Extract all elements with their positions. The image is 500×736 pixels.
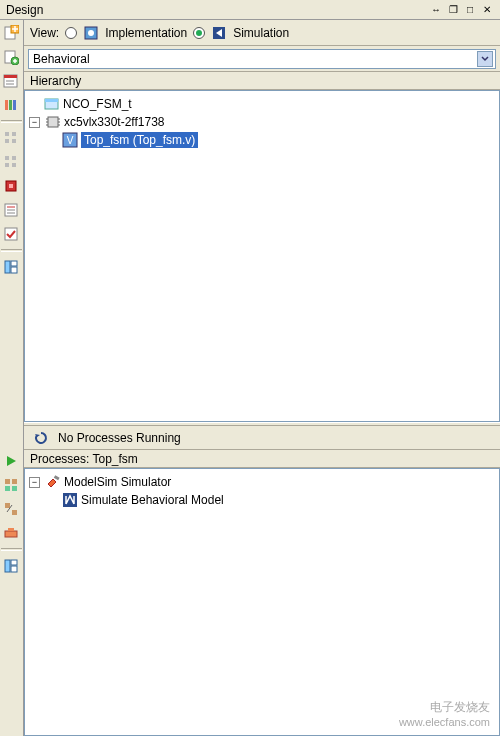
collapse-expander[interactable]: − [29,117,40,128]
svg-rect-51 [5,560,10,572]
processes-status-row: No Processes Running [24,426,500,450]
toolbar-separator [1,120,22,123]
svg-rect-49 [5,531,17,537]
tree-row-project[interactable]: NCO_FSM_t [27,95,497,113]
simulation-label: Simulation [233,26,289,40]
simset-dropdown[interactable]: Behavioral [28,49,496,69]
svg-rect-54 [54,475,60,480]
check-button[interactable] [0,223,22,245]
chip-button[interactable] [0,175,22,197]
report-button[interactable] [0,199,22,221]
tree-row-device[interactable]: − xc5vlx330t-2ff1738 [27,113,497,131]
run-button[interactable] [0,450,22,472]
library-button[interactable] [0,94,22,116]
chip-icon [45,114,61,130]
svg-rect-13 [5,139,9,143]
panel-title-text: Design [6,3,43,17]
restore-icon[interactable]: ❐ [446,3,460,17]
svg-rect-11 [5,132,9,136]
proc-tool-3[interactable] [0,522,22,544]
add-source-button[interactable] [0,46,22,68]
modelsim-icon [62,492,78,508]
properties-button[interactable] [0,70,22,92]
refresh-icon[interactable] [33,430,49,446]
svg-rect-33 [45,99,58,102]
svg-rect-43 [5,479,10,484]
proc-tool-1[interactable] [0,474,22,496]
svg-rect-9 [9,100,12,110]
svg-rect-18 [12,163,16,167]
processes-section: No Processes Running Processes: Top_fsm … [24,426,500,736]
layout-button[interactable] [0,256,22,278]
new-source-button[interactable] [0,22,22,44]
toolbar-separator [1,548,22,551]
arrow-left-right-icon[interactable]: ↔ [429,3,443,17]
svg-rect-15 [5,156,9,160]
simulate-action: Simulate Behavioral Model [81,493,224,507]
implementation-icon [83,25,99,41]
maximize-icon[interactable]: □ [463,3,477,17]
hierarchy-header: Hierarchy [24,72,500,90]
processes-target: Top_fsm [92,452,137,466]
svg-rect-26 [5,261,10,273]
main-area: View: Implementation Simulation Behavior… [0,20,500,736]
processes-tree[interactable]: − ModelSim Simulator Simulate Behavioral… [24,468,500,736]
tree-row-simulator[interactable]: − ModelSim Simulator [27,473,497,491]
verilog-icon: V [62,132,78,148]
processes-status: No Processes Running [58,431,181,445]
module-name: Top_fsm (Top_fsm.v) [81,132,198,148]
proc-tool-2[interactable] [0,498,22,520]
svg-point-30 [88,30,94,36]
close-icon[interactable]: ✕ [480,3,494,17]
svg-rect-46 [12,486,17,491]
tool-1-button[interactable] [0,127,22,149]
svg-rect-52 [11,560,17,565]
svg-rect-44 [12,479,17,484]
tree-row-module[interactable]: V Top_fsm (Top_fsm.v) [27,131,497,149]
svg-rect-8 [5,100,8,110]
view-label: View: [30,26,59,40]
project-icon [44,96,60,112]
svg-rect-48 [12,510,17,515]
svg-rect-27 [11,261,17,266]
toolbar-separator [1,249,22,252]
collapse-expander[interactable]: − [29,477,40,488]
implementation-radio[interactable] [65,27,77,39]
hierarchy-label: Hierarchy [30,74,81,88]
sources-section: View: Implementation Simulation Behavior… [24,20,500,422]
tool-2-button[interactable] [0,151,22,173]
svg-rect-5 [4,75,17,78]
svg-rect-16 [12,156,16,160]
svg-rect-12 [12,132,16,136]
view-mode-row: View: Implementation Simulation [24,20,500,46]
simset-value: Behavioral [33,52,90,66]
svg-rect-50 [8,528,14,531]
simulation-icon [211,25,227,41]
tree-row-simulate[interactable]: Simulate Behavioral Model [27,491,497,509]
processes-label-row: Processes: Top_fsm [24,450,500,468]
svg-rect-28 [11,267,17,273]
svg-rect-20 [9,184,13,188]
panel-titlebar: Design ↔ ❐ □ ✕ [0,0,500,20]
simset-dropdown-row: Behavioral [24,46,500,72]
svg-rect-17 [5,163,9,167]
svg-rect-14 [12,139,16,143]
processes-toolbar [0,448,24,736]
svg-rect-53 [11,566,17,572]
processes-label-prefix: Processes: [30,452,92,466]
svg-rect-45 [5,486,10,491]
proc-layout-button[interactable] [0,555,22,577]
chevron-down-icon [477,51,493,67]
svg-rect-34 [48,117,58,127]
tools-icon [45,474,61,490]
svg-rect-25 [5,228,17,240]
simulation-radio[interactable] [193,27,205,39]
content-area: View: Implementation Simulation Behavior… [24,20,500,736]
implementation-label: Implementation [105,26,187,40]
titlebar-controls: ↔ ❐ □ ✕ [429,3,494,17]
project-name: NCO_FSM_t [63,97,132,111]
svg-rect-47 [5,503,10,508]
device-name: xc5vlx330t-2ff1738 [64,115,165,129]
hierarchy-tree[interactable]: NCO_FSM_t − xc5vlx330t-2ff1738 V Top_fsm… [24,90,500,422]
svg-text:V: V [67,135,74,146]
